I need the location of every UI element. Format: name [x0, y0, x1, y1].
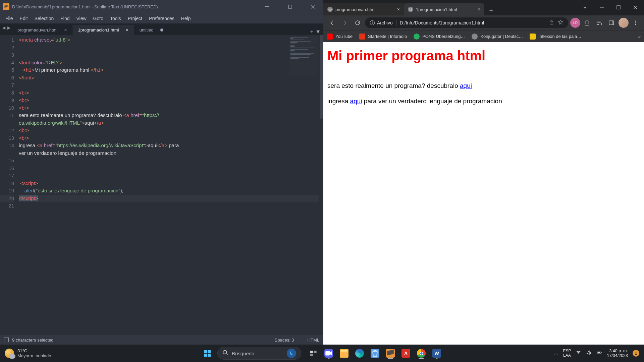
app-meet[interactable]: [322, 347, 335, 360]
taskbar: 31°CMayorm. nublado Búsqueda A W ︿: [0, 345, 644, 362]
bookmarks-overflow-icon[interactable]: »: [638, 34, 641, 39]
menu-selection[interactable]: Selection: [31, 15, 57, 22]
svg-rect-24: [601, 352, 602, 353]
app-word[interactable]: W: [430, 347, 443, 360]
app-chrome[interactable]: [415, 347, 428, 360]
wifi-icon[interactable]: [576, 350, 581, 357]
svg-point-18: [223, 350, 227, 354]
share-icon[interactable]: [549, 19, 554, 26]
page-link[interactable]: aqui: [460, 82, 472, 89]
svg-point-13: [635, 24, 636, 25]
minimap[interactable]: [289, 36, 318, 76]
clock[interactable]: 3:40 p. m.17/04/2023: [607, 349, 628, 358]
taskbar-search[interactable]: Búsqueda: [217, 347, 301, 360]
maximize-button[interactable]: [282, 0, 298, 13]
bookmark-item[interactable]: Konjugator | Deutsc…: [472, 34, 523, 40]
nav-fwd-icon[interactable]: ▶: [6, 25, 11, 30]
minimize-button[interactable]: [260, 0, 275, 13]
svg-rect-15: [208, 350, 211, 353]
close-tab-icon[interactable]: ×: [64, 27, 67, 33]
maximize-button[interactable]: [612, 2, 625, 13]
app-store[interactable]: [368, 347, 382, 360]
volume-icon[interactable]: [586, 350, 592, 357]
svg-rect-21: [310, 354, 313, 356]
minimize-button[interactable]: [595, 2, 608, 13]
chrome-window: programaduvan.html×1programacion1.html× …: [323, 0, 644, 345]
svg-rect-20: [314, 351, 317, 353]
page-paragraph: ingresa aqui para ver un verdadero lengu…: [327, 98, 640, 105]
profile-avatar[interactable]: [619, 18, 629, 28]
taskview-button[interactable]: [307, 347, 320, 360]
forward-button[interactable]: [339, 17, 350, 28]
app-sublime[interactable]: [384, 347, 397, 360]
close-tab-icon[interactable]: ×: [478, 7, 480, 12]
svg-rect-19: [310, 351, 313, 353]
svg-rect-8: [372, 21, 372, 22]
bookmark-favicon-icon: [472, 34, 478, 40]
editor-tab[interactable]: 1programacion1.html×: [72, 25, 134, 35]
app-acrobat[interactable]: A: [399, 347, 413, 360]
close-button[interactable]: [305, 0, 321, 13]
sidebar-toggle-icon[interactable]: [4, 338, 9, 342]
close-tab-icon[interactable]: ×: [126, 27, 128, 33]
menu-find[interactable]: Find: [57, 15, 73, 22]
tab-search-icon[interactable]: [578, 2, 592, 13]
reload-button[interactable]: [352, 17, 363, 28]
syntax-status[interactable]: HTML: [308, 338, 319, 343]
new-tab-button[interactable]: ＋: [486, 5, 496, 15]
tab-dropdown-icon[interactable]: ▼: [315, 29, 321, 35]
editor-tab[interactable]: untitled: [134, 25, 169, 35]
browser-tab[interactable]: programaduvan.html×: [323, 3, 404, 15]
back-button[interactable]: [327, 17, 337, 28]
bing-icon[interactable]: [287, 349, 296, 358]
app-explorer[interactable]: [337, 347, 351, 360]
sublime-menubar: FileEditSelectionFindViewGotoToolsProjec…: [0, 13, 323, 23]
app-edge[interactable]: [353, 347, 366, 360]
bookmark-item[interactable]: Startseite | Inforadio: [359, 34, 407, 40]
menu-preferences[interactable]: Preferences: [146, 15, 177, 22]
new-tab-button[interactable]: +: [310, 29, 313, 35]
reading-list-icon[interactable]: [594, 18, 604, 28]
extension-badge-icon[interactable]: LR: [570, 18, 580, 28]
bookmark-item[interactable]: YouTube: [327, 34, 353, 40]
bookmark-item[interactable]: PONS Übersetzung…: [414, 34, 465, 40]
bookmark-item[interactable]: Inflexión de las pala…: [530, 34, 581, 40]
weather-icon: [5, 349, 14, 358]
start-button[interactable]: [201, 347, 214, 360]
editor-tab[interactable]: programaduvan.html×: [12, 25, 72, 35]
sublime-editor[interactable]: 123456789101112131415161718192021 <meta …: [0, 35, 323, 335]
sublime-app-icon: [3, 3, 9, 10]
menu-edit[interactable]: Edit: [16, 15, 31, 22]
tray-overflow-icon[interactable]: ︿: [554, 351, 558, 356]
menu-help[interactable]: Help: [178, 15, 194, 22]
chrome-menu-icon[interactable]: [631, 18, 641, 28]
menu-project[interactable]: Project: [124, 15, 146, 22]
svg-rect-10: [612, 21, 614, 25]
menu-view[interactable]: View: [73, 15, 90, 22]
weather-widget[interactable]: 31°CMayorm. nublado: [0, 348, 56, 358]
browser-tab[interactable]: 1programacion1.html×: [404, 3, 484, 15]
svg-point-11: [635, 20, 636, 21]
omnibox[interactable]: Archivo D:/Info/Documents/1programacion1…: [365, 17, 568, 28]
indent-status[interactable]: Spaces: 3: [275, 338, 294, 343]
vertical-scrollbar[interactable]: [319, 35, 323, 335]
language-indicator[interactable]: ESPLAA: [563, 349, 571, 358]
bookmark-favicon-icon: [359, 34, 365, 40]
close-tab-icon[interactable]: ×: [397, 7, 400, 12]
close-button[interactable]: [629, 2, 642, 13]
menu-goto[interactable]: Goto: [90, 15, 107, 22]
nav-back-icon[interactable]: ◀: [1, 25, 6, 30]
bookmark-star-icon[interactable]: [558, 19, 564, 26]
sidepanel-icon[interactable]: [606, 18, 616, 28]
site-info-icon[interactable]: Archivo: [370, 20, 393, 25]
svg-rect-7: [372, 22, 372, 24]
code-area[interactable]: <meta charset="utf-8"><font color="RED">…: [19, 35, 323, 335]
menu-tools[interactable]: Tools: [107, 15, 124, 22]
sublime-statusbar: 9 characters selected Spaces: 3 HTML: [0, 335, 323, 345]
page-link[interactable]: aqui: [350, 98, 362, 105]
notification-badge[interactable]: 1: [633, 350, 639, 357]
battery-icon[interactable]: [596, 350, 602, 357]
sublime-titlebar[interactable]: D:\Info\Documents\1programacion1.html - …: [0, 0, 323, 13]
extensions-icon[interactable]: [582, 18, 592, 28]
menu-file[interactable]: File: [2, 15, 16, 22]
